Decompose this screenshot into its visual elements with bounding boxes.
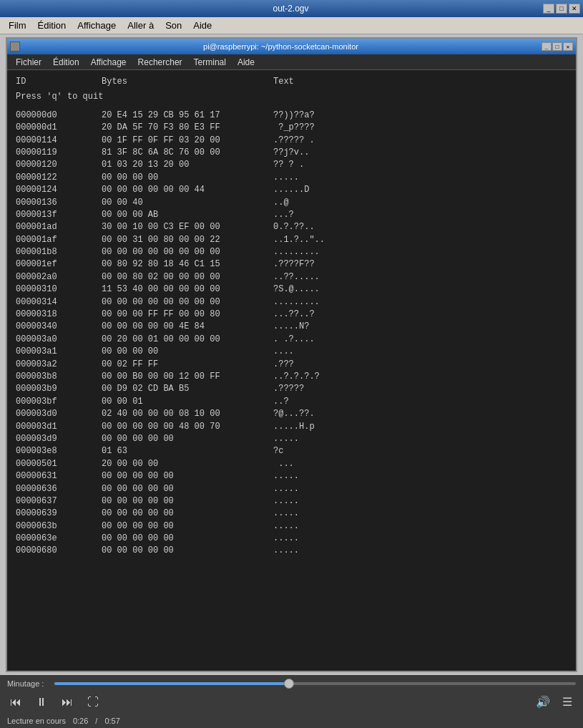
table-row: 000001b800 00 00 00 00 00 00 00......... [16,246,567,258]
progress-bar-container: Minutage : [7,679,576,688]
table-row: 000003a000 20 00 01 00 00 00 00. .?.... [16,334,567,346]
progress-thumb[interactable] [284,679,294,689]
status-bar: Lecture en cours 0:26 / 0:57 [0,715,583,728]
table-row: 000003e801 63?c [16,445,567,457]
controls-right: 🔊 ☰ [534,694,576,711]
table-row: 0000013600 00 40..@ [16,197,567,209]
quit-instruction: Press 'q' to quit [16,91,567,103]
table-row: 000003d900 00 00 00 00..... [16,433,567,445]
time-current: 0:26 [73,717,88,725]
table-row: 0000063600 00 00 00 00..... [16,483,567,495]
inner-menu-fichier[interactable]: Fichier [10,56,47,69]
fullscreen-button[interactable]: ⛶ [84,694,102,711]
outer-window-title: out-2.ogv [39,4,543,14]
close-button[interactable]: ✕ [569,4,580,14]
table-row: 000000d120 DA 5F 70 F3 80 E3 FF ?_p???? [16,122,567,134]
table-row: 000003a100 00 00 00.... [16,346,567,358]
inner-window-title: pi@raspberrypi: ~/python-socketcan-monit… [20,42,542,51]
table-row: 0000031011 53 40 00 00 00 00 00?S.@..... [16,283,567,296]
play-pause-button[interactable]: ⏸ [33,694,50,711]
table-row: 0000063900 00 00 00 00..... [16,508,567,520]
menu-son[interactable]: Son [160,19,187,32]
table-row: 0000063700 00 00 00 00..... [16,495,567,508]
outer-menubar: Film Édition Affichage Aller à Son Aide [0,17,583,34]
inner-maximize-button[interactable]: □ [552,42,562,51]
terminal-header: ID Bytes Text [16,76,567,88]
table-row: 000003d100 00 00 00 00 48 00 70.....H.p [16,421,567,433]
inner-close-button[interactable]: ✕ [563,42,573,51]
table-row: 000001af00 00 31 00 80 00 00 22..1.?..".… [16,234,567,246]
inner-menu-terminal[interactable]: Terminal [188,56,232,69]
table-row: 000000d020 E4 15 29 CB 95 61 17??))??a? [16,110,567,122]
table-row: 0000012001 03 20 13 20 00?? ? . [16,159,567,171]
menu-button[interactable]: ☰ [559,694,576,711]
table-row: 0000013f00 00 00 AB...? [16,209,567,221]
next-button[interactable]: ⏭ [59,694,76,711]
inner-menubar: Fichier Édition Affichage Rechercher Ter… [7,54,576,70]
inner-menu-edition[interactable]: Édition [47,56,85,69]
controls-left: ⏮ ⏸ ⏭ ⛶ [7,694,102,711]
table-row: 000003a200 02 FF FF.??? [16,359,567,371]
table-row: 0000068000 00 00 00 00..... [16,545,567,557]
table-row: 0000031800 00 00 FF FF 00 00 80...??..? [16,309,567,321]
menu-aller-a[interactable]: Aller à [122,19,160,32]
table-row: 0000050120 00 00 00 ... [16,458,567,470]
volume-button[interactable]: 🔊 [534,694,552,711]
table-row: 0000011400 1F FF 0F FF 03 20 00.????? . [16,135,567,147]
table-row: 0000012400 00 00 00 00 00 44......D [16,184,567,196]
terminal-rows: 000000d020 E4 15 29 CB 95 61 17??))??a?0… [16,110,567,558]
table-row: 0000012200 00 00 00..... [16,172,567,184]
menu-aide[interactable]: Aide [187,19,217,32]
table-row: 000003d002 40 00 00 00 08 10 00?@...??. [16,408,567,420]
minimize-button[interactable]: _ [543,4,554,14]
player-section: Minutage : ⏮ ⏸ ⏭ ⛶ 🔊 ☰ [0,675,583,715]
menu-edition[interactable]: Édition [32,19,72,32]
header-text: Text [273,76,294,88]
table-row: 0000063e00 00 00 00 00..... [16,533,567,545]
table-row: 0000063b00 00 00 00 00..... [16,520,567,533]
inner-window-controls[interactable]: _ □ ✕ [542,42,573,51]
maximize-button[interactable]: □ [556,4,567,14]
inner-menu-rechercher[interactable]: Rechercher [132,56,188,69]
table-row: 000002a000 00 80 02 00 00 00 00..??..... [16,271,567,283]
table-row: 0000031400 00 00 00 00 00 00 00......... [16,296,567,309]
progress-label: Minutage : [7,679,50,688]
time-total: 0:57 [104,717,119,725]
menu-film[interactable]: Film [3,19,32,32]
header-bytes: Bytes [102,76,273,88]
table-row: 0000034000 00 00 00 00 4E 84.....N? [16,321,567,333]
table-row: 000003b800 00 B0 00 00 12 00 FF..?.?.?.? [16,371,567,383]
menu-affichage[interactable]: Affichage [72,19,122,32]
player-controls: ⏮ ⏸ ⏭ ⛶ 🔊 ☰ [7,692,576,712]
terminal-icon [10,42,20,52]
playback-status: Lecture en cours [7,717,66,725]
prev-button[interactable]: ⏮ [7,694,24,711]
outer-titlebar: out-2.ogv _ □ ✕ [0,0,583,17]
table-row: 000001ad30 00 10 00 C3 EF 00 000.?.??.. [16,221,567,233]
inner-titlebar: pi@raspberrypi: ~/python-socketcan-monit… [7,39,576,54]
inner-menu-aide[interactable]: Aide [232,56,260,69]
inner-minimize-button[interactable]: _ [542,42,552,51]
inner-terminal-window: pi@raspberrypi: ~/python-socketcan-monit… [6,37,577,672]
header-id: ID [16,76,102,88]
terminal-content: ID Bytes Text Press 'q' to quit 000000d0… [7,70,576,671]
table-row: 000001ef00 80 92 80 18 46 C1 15.????F?? [16,258,567,271]
time-separator: / [95,717,97,725]
table-row: 000003b900 D9 02 CD BA B5.????? [16,383,567,395]
inner-menu-affichage[interactable]: Affichage [85,56,132,69]
progress-fill [54,682,289,685]
outer-window-controls[interactable]: _ □ ✕ [543,4,580,14]
table-row: 0000011981 3F 8C 6A 8C 76 00 00??j?v.. [16,147,567,159]
progress-track[interactable] [54,682,576,685]
table-row: 000003bf00 00 01..? [16,396,567,408]
table-row: 0000063100 00 00 00 00..... [16,470,567,482]
